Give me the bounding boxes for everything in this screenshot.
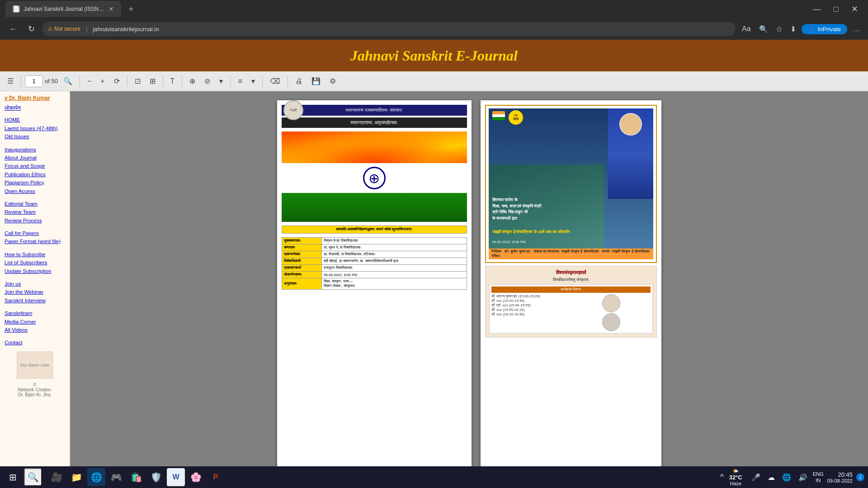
75-badge: 75साल <box>509 110 523 125</box>
sidebar-openaccess-link[interactable]: Open Access <box>5 187 65 195</box>
sidebar-interview-link[interactable]: Sanskrit Interview <box>5 296 65 305</box>
taskbar-search-btn[interactable]: 🔍 <box>24 468 42 486</box>
chevron2-btn[interactable]: ▾ <box>248 75 259 87</box>
new-tab-btn[interactable]: + <box>125 2 137 16</box>
main-area: y Dr. Bipin Kumar लोकार्पण HOME Laetst I… <box>0 91 868 488</box>
settings-gear-btn[interactable]: ⚙ <box>326 75 340 87</box>
filter-btn[interactable]: ⊘ <box>201 75 214 87</box>
sidebar-editorial-link[interactable]: Editorial Team <box>5 200 65 208</box>
sidebar-author-header[interactable]: y Dr. Bipin Kumar <box>5 95 65 101</box>
clock[interactable]: 20:45 09-08-2022 <box>827 471 853 483</box>
inprivate-btn[interactable]: 👤 InPrivate <box>802 24 847 34</box>
sidebar-review-process-link[interactable]: Review Process <box>5 216 65 225</box>
sidebar-old-link[interactable]: Old Issues <box>5 132 65 141</box>
zoom-out-btn[interactable]: − <box>84 75 95 87</box>
download-btn[interactable]: ⬇ <box>788 23 799 35</box>
sidebar-callpapers-link[interactable]: Call for Papers <box>5 229 65 237</box>
taskbar-volume-icon[interactable]: 🔊 <box>797 471 809 483</box>
taskbar-ppt-btn[interactable]: P <box>207 468 225 486</box>
back-button[interactable]: ← <box>5 23 21 36</box>
language-indicator[interactable]: ENG IN <box>813 471 824 484</box>
sidebar-videos-link[interactable]: All Videos <box>5 326 65 334</box>
close-btn[interactable]: ✕ <box>847 3 863 15</box>
fit-page-btn[interactable]: ⊡ <box>131 75 144 87</box>
sidebar-format-link[interactable]: Paper Format (word file) <box>5 237 65 245</box>
pdf-viewer[interactable]: जाह्नवी स्वतन्त्रस्य पञ्चसप्ततितमः संवत्… <box>70 91 868 488</box>
separator-4 <box>163 76 163 87</box>
sidebar-update-link[interactable]: Update Subscription <box>5 267 65 275</box>
ann-main-text: हिमाचल प्रदेश केशिक्षा, भाषा, कला एवं सं… <box>492 197 604 221</box>
eraser-btn[interactable]: ⌫ <box>266 75 284 87</box>
taskbar-teams-btn[interactable]: 🎥 <box>47 468 66 486</box>
sidebar-subscribe-link[interactable]: How to Subscribe <box>5 250 65 258</box>
star-btn[interactable]: ✩ <box>774 23 785 35</box>
tab-close-btn[interactable]: ✕ <box>108 5 114 13</box>
sidebar-main-nav: HOME Laetst Issues (47-48th) Old Issues <box>5 116 65 141</box>
sidebar-media-link[interactable]: Media Corner <box>5 318 65 326</box>
sidebar-inaugurations-link[interactable]: Inaugurations <box>5 145 65 154</box>
taskbar-browser-btn[interactable]: 🌐 <box>87 468 105 486</box>
sanskrit-text-1: स्वतन्त्रस्य पञ्चसप्ततितमः संवत्सरः <box>283 108 465 113</box>
minimize-btn[interactable]: — <box>808 3 826 15</box>
taskbar-word-btn[interactable]: W <box>167 468 185 486</box>
taskbar-antivirus-btn[interactable]: 🛡️ <box>147 468 165 486</box>
rotate-btn[interactable]: ⟳ <box>110 75 123 87</box>
notification-badge[interactable]: 2 <box>856 473 864 481</box>
security-indicator: ⚠ Not secure <box>47 26 80 32</box>
taskbar-msstore-btn[interactable]: 🛍️ <box>127 468 145 486</box>
sidebar-about-link[interactable]: About Journal <box>5 154 65 162</box>
sidebar-lokarpan-link[interactable]: लोकार्पण <box>5 104 65 112</box>
sidebar-sanskritram-link[interactable]: Sanskritram <box>5 309 65 317</box>
spread-btn[interactable]: ⊞ <box>146 75 159 87</box>
second-ann-content: विश्वसंस्कृतमहापर्व विश्वविद्यालयेषामु स… <box>486 266 656 337</box>
start-button[interactable]: ⊞ <box>4 470 22 484</box>
sidebar-contact-nav: Contact <box>5 338 65 347</box>
search-icon-btn[interactable]: 🔍 <box>756 23 771 35</box>
sidebar-subscribers-link[interactable]: List of Subscribers <box>5 258 65 267</box>
second-ann-subtitle: विश्वविद्यालयेषामु संस्कृतम् <box>489 277 653 282</box>
browser-tab[interactable]: 📄 Jahnavi Sanskrit Journal (ISSN 09... ✕ <box>5 1 121 17</box>
weather-widget[interactable]: 🌤️ 32°C Haze <box>729 468 742 486</box>
sidebar-home-link[interactable]: HOME <box>5 116 65 124</box>
address-bar[interactable]: ⚠ Not secure | jahnavisanskritejournal.i… <box>42 22 736 36</box>
maximize-btn[interactable]: □ <box>829 3 843 15</box>
sidebar-focus-link[interactable]: Focus and Scope <box>5 162 65 170</box>
annotate-btn[interactable]: ≡ <box>234 75 245 87</box>
sidebar-latest-link[interactable]: Laetst Issues (47-48th) <box>5 124 65 132</box>
sidebar-about-nav: Inaugurations About Journal Focus and Sc… <box>5 145 65 195</box>
taskbar-flower-btn[interactable]: 🌸 <box>187 468 205 486</box>
read-aloud-btn[interactable]: Aa <box>739 23 754 35</box>
separator-8 <box>288 76 288 87</box>
settings-btn[interactable]: … <box>850 23 863 35</box>
sidebar-webinar-link[interactable]: Join the Webinar <box>5 288 65 296</box>
taskbar-mic-icon[interactable]: 🎤 <box>750 471 762 483</box>
text-select-btn[interactable]: T <box>167 75 179 87</box>
sidebar-join-link[interactable]: Join us <box>5 280 65 288</box>
rotate2-btn[interactable]: ⊕ <box>186 75 199 87</box>
sidebar-contact-link[interactable]: Contact <box>5 338 65 347</box>
pdf-menu-btn[interactable]: ☰ <box>4 75 17 87</box>
separator-2 <box>80 76 80 87</box>
chevron-down-btn[interactable]: ▾ <box>216 75 226 87</box>
zoom-in-btn[interactable]: + <box>97 75 108 87</box>
refresh-button[interactable]: ↻ <box>24 22 38 36</box>
sidebar-copyright: ©Network Creator-Dr. Bipin Kr. Jha. <box>5 382 65 397</box>
taskbar-network-icon[interactable]: 🌐 <box>780 471 793 483</box>
taskbar-chevron-icon[interactable]: ^ <box>718 471 726 483</box>
page-number-input[interactable] <box>25 75 43 87</box>
sidebar-plagiarism-link[interactable]: Plagiarism Policy <box>5 178 65 187</box>
save-btn[interactable]: 💾 <box>308 75 324 87</box>
address-bar-row: ← ↻ ⚠ Not secure | jahnavisanskritejourn… <box>0 18 868 40</box>
ann-director: निर्देशक डाँ० कुलेन कुमार झा संरक्षक एवं… <box>491 249 651 258</box>
pdf-details-table: मुख्यसम्पादकः मिश्रण से एवं विश्वविद्याल… <box>282 237 467 290</box>
print-btn[interactable]: 🖨 <box>292 75 306 87</box>
sidebar-ethics-link[interactable]: Publication Ethics <box>5 170 65 178</box>
taskbar-files-btn[interactable]: 📁 <box>67 468 85 486</box>
second-ann-title: विश्वसंस्कृतमहापर्व <box>489 270 653 276</box>
pdf-search-btn[interactable]: 🔍 <box>60 75 76 87</box>
separator-3 <box>127 76 127 87</box>
taskbar-cloud-icon[interactable]: ☁ <box>766 471 777 483</box>
sidebar-review-team-link[interactable]: Review Team <box>5 208 65 216</box>
taskbar-apps: 🎥 📁 🌐 🎮 🛍️ 🛡️ W 🌸 P <box>47 468 225 486</box>
taskbar-xbox-btn[interactable]: 🎮 <box>107 468 125 486</box>
